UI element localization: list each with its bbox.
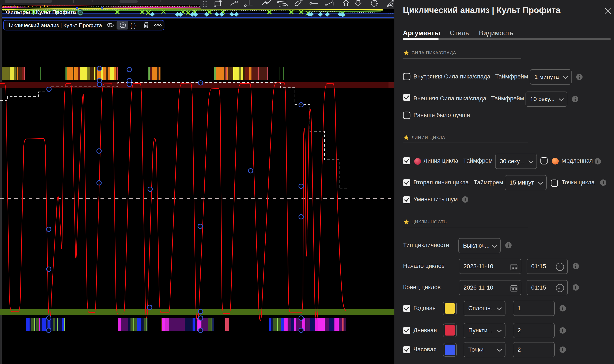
svg-text:{ }: { } bbox=[130, 22, 136, 29]
svg-text:Циклический анализ | Культ Про: Циклический анализ | Культ Профита bbox=[6, 22, 102, 28]
svg-text:Фильтры | Культ Профита: Фильтры | Культ Профита bbox=[6, 9, 76, 15]
